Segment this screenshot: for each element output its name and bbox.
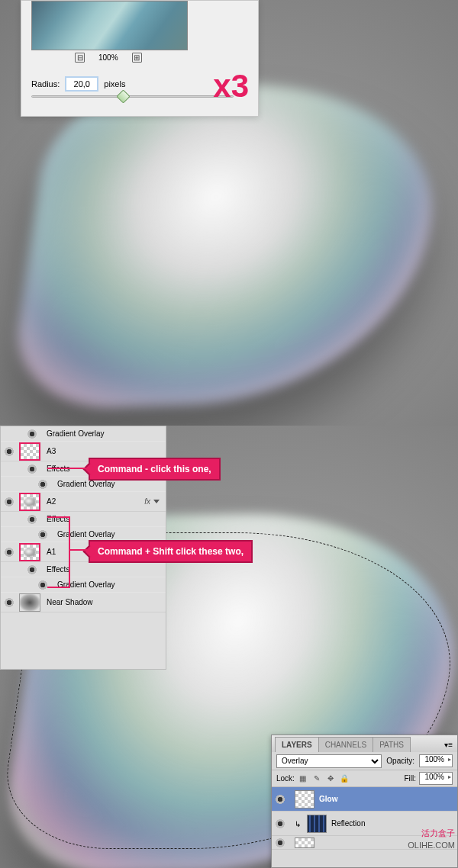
tab-layers[interactable]: LAYERS <box>275 737 319 752</box>
effects-row[interactable]: Effects <box>1 512 166 527</box>
clip-indicator-icon: ↳ <box>295 820 302 828</box>
glass-render <box>7 77 451 411</box>
opacity-input[interactable]: 100% <box>419 754 453 767</box>
opacity-label: Opacity: <box>386 757 414 765</box>
gaussian-blur-panel: ⊟ 100% ⊞ Radius: pixels x3 <box>21 0 259 117</box>
connector-line <box>47 587 69 588</box>
effects-label: Effects <box>47 565 69 574</box>
chevron-down-icon <box>153 500 160 503</box>
visibility-icon[interactable] <box>37 580 48 590</box>
visibility-icon[interactable] <box>27 564 37 575</box>
layer-thumbnail-a2[interactable] <box>19 493 40 511</box>
x3-annotation: x3 <box>213 68 249 104</box>
connector-line <box>69 549 89 551</box>
lock-move-icon[interactable]: ✥ <box>325 773 336 784</box>
fill-label: Fill: <box>404 774 416 783</box>
connector-line <box>47 516 69 518</box>
visibility-icon[interactable] <box>4 446 15 457</box>
layer-label: A1 <box>47 548 56 556</box>
fx-indicator[interactable]: fx <box>144 497 160 506</box>
visibility-icon[interactable] <box>27 429 37 439</box>
visibility-icon[interactable] <box>275 794 285 805</box>
zoom-in-button[interactable]: ⊞ <box>132 53 142 63</box>
blur-preview <box>31 1 188 50</box>
zoom-controls: ⊟ 100% ⊞ <box>75 53 142 63</box>
layer-thumbnail[interactable] <box>295 837 314 848</box>
connector-line <box>69 516 70 588</box>
watermark-dom: OLIHE.COM <box>408 841 455 850</box>
layer-a2[interactable]: A2 fx <box>1 492 166 512</box>
layer-thumbnail-nearshadow[interactable] <box>19 593 40 612</box>
radius-slider[interactable] <box>31 95 234 98</box>
callout-command-click: Command - click this one, <box>89 458 221 481</box>
layer-near-shadow[interactable]: Near Shadow <box>1 593 166 612</box>
zoom-percent: 100% <box>98 53 118 62</box>
layer-thumbnail-a1[interactable] <box>19 543 40 561</box>
lock-transparency-icon[interactable]: ▦ <box>298 773 308 784</box>
bottom-screenshot: Gradient Overlay A3 Effects Gradient Ove… <box>0 426 458 868</box>
visibility-icon[interactable] <box>275 818 285 829</box>
fill-input[interactable]: 100% <box>419 772 453 785</box>
lock-fill-row: Lock: ▦ ✎ ✥ 🔒 Fill: 100% <box>272 770 457 787</box>
palette-menu-icon[interactable]: ▾≡ <box>440 738 457 752</box>
palette-tabs: LAYERS CHANNELS PATHS ▾≡ <box>272 735 457 752</box>
visibility-icon[interactable] <box>4 547 15 558</box>
layer-glow[interactable]: Glow <box>272 787 457 812</box>
layer-label: Glow <box>319 795 337 803</box>
lock-label: Lock: <box>276 774 295 783</box>
radius-label: Radius: <box>31 79 60 88</box>
layer-label: A2 <box>47 497 56 506</box>
callout-text: Command - click this one, <box>98 464 211 474</box>
slider-thumb[interactable] <box>116 89 130 103</box>
layer-label: A3 <box>47 447 56 455</box>
callout-command-shift-click: Command + Shift click these two, <box>89 540 253 563</box>
watermark: 活力盒子 <box>421 828 455 839</box>
visibility-icon[interactable] <box>4 497 15 507</box>
watermark-domain: OLIHE.COM <box>408 841 455 850</box>
layer-label: Near Shadow <box>47 598 93 606</box>
slider-track <box>31 95 234 98</box>
visibility-icon[interactable] <box>27 464 37 474</box>
lock-brush-icon[interactable]: ✎ <box>311 773 322 784</box>
visibility-icon[interactable] <box>275 837 285 848</box>
radius-unit: pixels <box>104 79 125 88</box>
effect-label: Gradient Overlay <box>57 530 115 538</box>
layer-thumbnail[interactable] <box>307 815 327 833</box>
rendered-d-shape <box>31 84 427 404</box>
layer-label: Reflection <box>331 819 365 828</box>
effect-label: Gradient Overlay <box>47 429 105 438</box>
tab-channels[interactable]: CHANNELS <box>318 737 373 752</box>
layer-thumbnail-a3[interactable] <box>19 442 40 461</box>
callout-text: Command + Shift click these two, <box>98 546 244 557</box>
tab-paths[interactable]: PATHS <box>373 737 411 752</box>
watermark-cn: 活力盒子 <box>421 828 455 837</box>
blend-mode-select[interactable]: Overlay <box>276 754 382 768</box>
zoom-out-button[interactable]: ⊟ <box>75 53 85 63</box>
visibility-icon[interactable] <box>37 529 48 540</box>
top-screenshot: ⊟ 100% ⊞ Radius: pixels x3 <box>0 0 458 426</box>
effect-row[interactable]: Gradient Overlay <box>1 577 166 593</box>
connector-line <box>47 468 89 469</box>
lock-all-icon[interactable]: 🔒 <box>339 773 350 784</box>
effects-row[interactable]: Effects <box>1 562 166 577</box>
visibility-icon[interactable] <box>37 479 48 490</box>
visibility-icon[interactable] <box>27 514 37 525</box>
radius-row: Radius: pixels <box>31 77 125 91</box>
radius-input[interactable] <box>66 77 98 91</box>
effect-row[interactable]: Gradient Overlay <box>1 426 166 442</box>
layer-thumbnail[interactable] <box>295 790 314 809</box>
effect-label: Gradient Overlay <box>57 480 115 488</box>
visibility-icon[interactable] <box>4 597 15 608</box>
blend-opacity-row: Overlay Opacity: 100% <box>272 752 457 770</box>
